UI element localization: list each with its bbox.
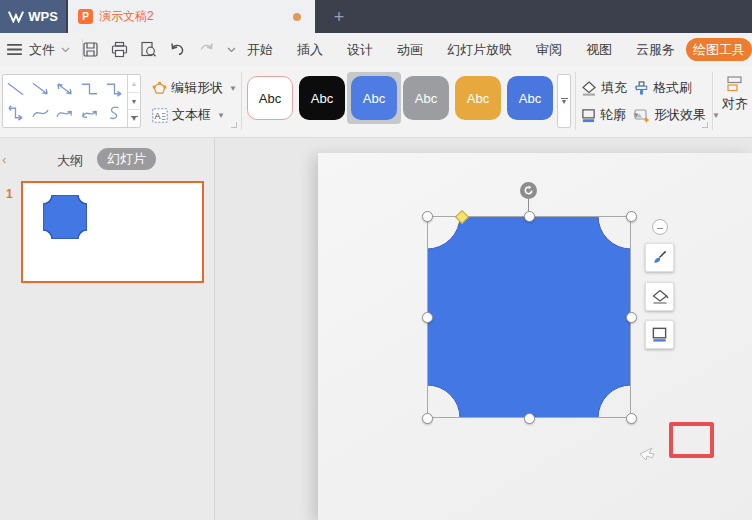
thumbnail-plaque-shape	[43, 195, 87, 239]
divider	[575, 72, 576, 130]
format-painter-icon	[634, 81, 649, 96]
edit-shape-label: 编辑形状	[171, 79, 223, 97]
tab-slideshow[interactable]: 幻灯片放映	[447, 41, 512, 59]
style-preset-gray[interactable]: Abc	[403, 76, 449, 120]
style-preset-black[interactable]: Abc	[299, 76, 345, 120]
ribbon-toolbar: ▲ ▼ ▼ 编辑形状▼ A 文本框▼ Abc Abc Abc Abc Abc A…	[0, 66, 752, 138]
elbow-double-arrow-connector-icon[interactable]	[5, 105, 26, 121]
freeform-s-shape-icon[interactable]	[104, 105, 125, 121]
style-preset-blue-selected[interactable]: Abc	[351, 76, 397, 120]
resize-handle-top-left[interactable]	[422, 211, 433, 222]
print-preview-icon[interactable]	[140, 41, 157, 58]
ribbon-tabs: 开始 插入 设计 动画 幻灯片放映 审阅 视图 云服务	[247, 33, 675, 66]
wps-w-logo-icon	[8, 10, 24, 23]
edit-shape-icon	[152, 81, 167, 96]
fill-label: 填充	[601, 79, 627, 97]
line-shape-icon[interactable]	[5, 81, 26, 97]
rotate-handle-icon[interactable]	[520, 182, 537, 199]
align-label: 对齐	[722, 95, 748, 113]
resize-handle-top[interactable]	[524, 211, 535, 222]
brush-icon	[651, 249, 668, 266]
tab-review[interactable]: 审阅	[536, 41, 562, 59]
collapse-minus-icon[interactable]: –	[652, 219, 668, 235]
fill-bucket-icon	[651, 289, 669, 305]
slide-thumbnail-1[interactable]	[21, 181, 204, 283]
align-button[interactable]: 对齐	[722, 76, 748, 113]
resize-handle-right[interactable]	[626, 312, 637, 323]
gallery-more-button[interactable]: ▼	[128, 110, 140, 127]
elbow-arrow-connector-icon[interactable]	[104, 81, 125, 97]
document-tab-title: 演示文稿2	[99, 8, 287, 25]
resize-handle-top-right[interactable]	[626, 211, 637, 222]
presentation-file-icon: P	[78, 9, 93, 24]
undo-icon[interactable]	[169, 41, 186, 58]
slide-number: 1	[6, 187, 13, 201]
customize-chevron-icon[interactable]	[227, 47, 236, 53]
annotation-red-rectangle	[669, 422, 714, 458]
hamburger-icon[interactable]	[6, 41, 23, 58]
collapse-panel-button[interactable]: ‹	[2, 152, 6, 167]
resize-handle-bottom[interactable]	[524, 413, 535, 424]
tab-drawing-tools-active[interactable]: 绘图工具	[686, 38, 752, 61]
file-menu-button[interactable]: 文件	[29, 41, 55, 59]
new-tab-button[interactable]: +	[326, 5, 352, 29]
style-preset-gold[interactable]: Abc	[455, 76, 501, 120]
selection-bounding-box	[427, 216, 631, 418]
edit-shape-button[interactable]: 编辑形状▼	[152, 79, 237, 97]
group-corner-mark	[231, 122, 237, 128]
quick-style-brush-button[interactable]	[645, 243, 674, 272]
chevron-down-icon: ▼	[217, 111, 225, 120]
elbow-connector-icon[interactable]	[79, 81, 100, 97]
outline-icon	[581, 108, 596, 123]
quick-outline-button[interactable]	[645, 320, 674, 349]
preset-gallery-more-button[interactable]: ▼	[557, 74, 571, 128]
fill-button[interactable]: 填充▼	[581, 79, 641, 97]
style-preset-white[interactable]: Abc	[247, 76, 293, 120]
mouse-cursor-icon	[638, 446, 662, 462]
divider	[241, 72, 242, 130]
menu-bar: 文件 开始 插入 设计 动画 幻灯片放映 审阅 视图 云服务 绘图工具	[0, 33, 752, 66]
tab-insert[interactable]: 插入	[297, 41, 323, 59]
print-icon[interactable]	[111, 41, 128, 58]
shape-gallery: ▲ ▼ ▼	[2, 74, 141, 128]
arrow-shape-icon[interactable]	[30, 81, 51, 97]
svg-text:A: A	[155, 111, 161, 121]
shape-effects-icon	[634, 108, 650, 123]
tab-home[interactable]: 开始	[247, 41, 273, 59]
shape-effects-label: 形状效果	[654, 106, 706, 124]
tab-animation[interactable]: 动画	[397, 41, 423, 59]
align-icon	[727, 76, 744, 92]
text-box-button[interactable]: A 文本框▼	[152, 106, 225, 124]
outline-button[interactable]: 轮廓▼	[581, 106, 640, 124]
curved-arrow-connector-icon[interactable]	[54, 105, 75, 121]
curved-connector-icon[interactable]	[30, 105, 51, 121]
wps-logo[interactable]: WPS	[0, 0, 66, 33]
slide-panel: ‹ 大纲 幻灯片 1	[0, 138, 215, 520]
tab-design[interactable]: 设计	[347, 41, 373, 59]
wps-logo-text: WPS	[28, 9, 58, 24]
format-painter-button[interactable]: 格式刷	[634, 79, 692, 97]
tab-view[interactable]: 视图	[586, 41, 612, 59]
gallery-scroll-down-button[interactable]: ▼	[128, 93, 140, 111]
resize-handle-left[interactable]	[422, 312, 433, 323]
resize-handle-bottom-left[interactable]	[422, 413, 433, 424]
tab-cloud[interactable]: 云服务	[636, 41, 675, 59]
format-painter-label: 格式刷	[653, 79, 692, 97]
document-tab[interactable]: P 演示文稿2	[68, 0, 315, 33]
quick-fill-button[interactable]	[645, 282, 674, 311]
titlebar: WPS P 演示文稿2 +	[0, 0, 752, 33]
save-icon[interactable]	[82, 41, 99, 58]
divider	[712, 72, 713, 130]
gallery-scrollbar: ▲ ▼ ▼	[127, 75, 140, 127]
gallery-scroll-up-button[interactable]: ▲	[128, 75, 140, 93]
double-arrow-shape-icon[interactable]	[54, 81, 75, 97]
tab-outline[interactable]: 大纲	[57, 152, 83, 170]
tab-slides-active[interactable]: 幻灯片	[97, 148, 156, 170]
curved-double-arrow-connector-icon[interactable]	[79, 105, 100, 121]
redo-icon[interactable]	[198, 41, 215, 58]
outline-label: 轮廓	[600, 106, 626, 124]
file-chevron-down-icon[interactable]	[61, 47, 70, 53]
style-preset-blue2[interactable]: Abc	[507, 76, 553, 120]
resize-handle-bottom-right[interactable]	[626, 413, 637, 424]
text-box-icon: A	[152, 108, 168, 123]
